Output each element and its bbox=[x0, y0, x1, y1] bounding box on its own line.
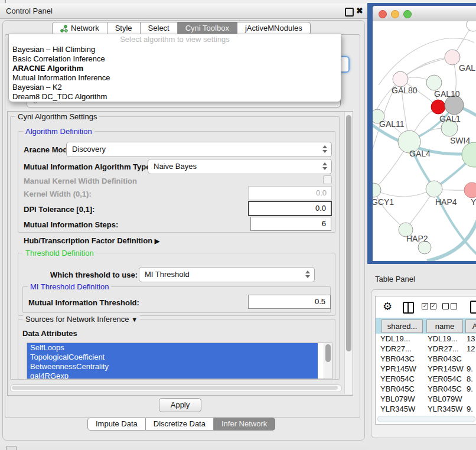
table-row[interactable]: YER054CYER054C8. bbox=[376, 374, 476, 384]
checked-checkbox-icon[interactable]: ✓ bbox=[422, 303, 428, 309]
apply-button[interactable]: Apply bbox=[159, 398, 201, 412]
network-node[interactable] bbox=[464, 182, 476, 198]
network-node[interactable] bbox=[426, 75, 442, 90]
tab-cyni-toolbox[interactable]: Cyni Toolbox bbox=[178, 22, 237, 35]
network-icon bbox=[60, 25, 68, 32]
mi-steps-field[interactable]: 6 bbox=[250, 217, 331, 231]
tab-label: Select bbox=[148, 22, 169, 35]
table-row[interactable]: YPR145WYPR145W9. bbox=[376, 364, 476, 374]
hub-definition-label: Hub/Transcription Factor Definition bbox=[24, 236, 152, 245]
algorithm-option[interactable]: Basic Correlation Inference bbox=[9, 54, 341, 64]
algorithm-option[interactable]: Bayesian – Hill Climbing bbox=[9, 45, 341, 54]
tab-style[interactable]: Style bbox=[107, 22, 141, 35]
algorithm-combo-placeholder[interactable]: Select algorithm to view settings bbox=[9, 34, 341, 45]
kernel-width-field[interactable]: 0.0 bbox=[248, 186, 332, 200]
tab-discretize-data[interactable]: Discretize Data bbox=[146, 418, 214, 431]
tab-jactivemnodules[interactable]: jActiveMNodules bbox=[237, 22, 311, 35]
window-zoom-icon[interactable] bbox=[403, 10, 412, 18]
document-icon[interactable] bbox=[470, 301, 476, 314]
table-body: YDL19...YDL19...13 YDR27...YDR27...12 YB… bbox=[376, 334, 476, 424]
cell-value: 12 bbox=[467, 344, 475, 354]
mi-algorithm-type-combobox[interactable]: Naive Bayes bbox=[148, 159, 332, 174]
tab-infer-network[interactable]: Infer Network bbox=[214, 418, 275, 431]
attribute-item-selected[interactable]: gal4RGexp bbox=[27, 371, 318, 379]
control-panel-titlebar: Control Panel ✖ bbox=[0, 4, 367, 19]
cell-name: YPR145W bbox=[428, 364, 464, 374]
tab-select[interactable]: Select bbox=[141, 22, 178, 35]
tab-label: Impute Data bbox=[96, 418, 138, 431]
network-window-titlebar[interactable] bbox=[373, 6, 476, 22]
columns-icon[interactable] bbox=[403, 302, 414, 314]
which-threshold-label: Which threshold to use: bbox=[50, 270, 138, 279]
cell-shared-name: YER054C bbox=[380, 374, 415, 384]
cell-shared-name: YDL19... bbox=[380, 334, 410, 344]
minimized-panel-icon[interactable] bbox=[6, 446, 17, 450]
table-row[interactable]: YDL19...YDL19...13 bbox=[376, 334, 476, 344]
which-threshold-combobox[interactable]: MI Threshold bbox=[139, 267, 315, 282]
mi-threshold-field[interactable]: 0.5 bbox=[248, 295, 331, 309]
table-horizontal-scrollbar[interactable] bbox=[377, 416, 475, 422]
gear-icon[interactable]: ⚙ bbox=[383, 300, 392, 313]
unchecked-checkbox-icon[interactable] bbox=[442, 303, 449, 309]
hub-definition-expander[interactable]: Hub/Transcription Factor Definition ▶ bbox=[24, 236, 159, 245]
window-minimize-icon[interactable] bbox=[391, 10, 399, 18]
table-panel-title: Table Panel bbox=[375, 275, 415, 283]
manual-kernel-width-label: Manual Kernel Width Definition bbox=[24, 177, 137, 185]
network-node[interactable] bbox=[431, 100, 445, 114]
aracne-mode-combobox[interactable]: Discovery bbox=[66, 142, 332, 157]
scrollbar-thumb[interactable] bbox=[12, 386, 338, 390]
table-row[interactable]: YBR043CYBR043C bbox=[376, 354, 476, 364]
attribute-item-selected[interactable]: TopologicalCoefficient bbox=[27, 353, 318, 362]
window-close-icon[interactable] bbox=[379, 10, 387, 18]
node-table: ⚙ ✓ ✓ shared... name A YDL19...YDL19...1… bbox=[375, 296, 476, 425]
node-label: GCY1 bbox=[373, 197, 394, 207]
attribute-item-selected[interactable]: BetweennessCentrality bbox=[27, 362, 318, 371]
sources-group-title[interactable]: Sources for Network Inference ▼ bbox=[23, 315, 140, 324]
column-header-name[interactable]: name bbox=[426, 319, 463, 333]
algorithm-option-selected[interactable]: ARACNE Algorithm bbox=[9, 64, 341, 73]
cell-name: YBR043C bbox=[428, 354, 462, 364]
network-node[interactable] bbox=[445, 50, 460, 65]
cell-shared-name: YBL079W bbox=[380, 394, 415, 404]
tab-label: Infer Network bbox=[221, 418, 267, 431]
list-scrollbar[interactable] bbox=[324, 343, 332, 379]
column-header-shared-name[interactable]: shared... bbox=[382, 319, 423, 333]
node-label: HAP4 bbox=[435, 197, 457, 207]
tab-impute-data[interactable]: Impute Data bbox=[87, 418, 146, 431]
network-node[interactable] bbox=[393, 71, 408, 87]
tab-label: Style bbox=[115, 22, 132, 35]
network-node[interactable] bbox=[426, 181, 442, 197]
table-row[interactable]: YBR045CYBR045C9. bbox=[376, 384, 476, 394]
scrollbar-thumb[interactable] bbox=[346, 115, 351, 351]
checked-checkbox-icon[interactable]: ✓ bbox=[430, 303, 436, 309]
cell-name: YBL079W bbox=[428, 394, 462, 404]
network-node[interactable] bbox=[467, 21, 476, 31]
node-label: GAL10 bbox=[434, 89, 460, 99]
panel-title: Control Panel bbox=[6, 6, 53, 15]
float-icon[interactable] bbox=[345, 8, 354, 17]
combo-value: MI Threshold bbox=[145, 270, 190, 279]
settings-horizontal-scrollbar[interactable] bbox=[10, 384, 342, 392]
attribute-item-selected[interactable]: SelfLoops bbox=[27, 343, 318, 353]
dpi-tolerance-field[interactable]: 0.0 bbox=[248, 201, 332, 216]
algorithm-option[interactable]: Dream8 DC_TDC Algorithm bbox=[9, 92, 341, 102]
algorithm-dropdown-popup: Select algorithm to view settings Bayesi… bbox=[8, 34, 341, 102]
settings-vertical-scrollbar[interactable] bbox=[344, 112, 353, 394]
tab-network[interactable]: Network bbox=[52, 22, 107, 35]
cell-shared-name: YLR345W bbox=[380, 404, 415, 414]
network-canvas[interactable]: GALGAL80GAL10GAL1GAL11SWI4GAL4GCY1HAP4YH… bbox=[373, 21, 476, 261]
table-row[interactable]: YBL079WYBL079W bbox=[376, 394, 476, 404]
main-tabbar: Network Style Select Cyni Toolbox jActiv… bbox=[52, 22, 311, 35]
scrollbar-thumb[interactable] bbox=[325, 344, 331, 362]
manual-kernel-width-checkbox[interactable] bbox=[323, 175, 332, 184]
network-node[interactable] bbox=[373, 183, 381, 197]
data-attributes-list[interactable]: SelfLoops TopologicalCoefficient Between… bbox=[27, 343, 332, 379]
table-row[interactable]: YLR345WYLR345W9. bbox=[376, 404, 476, 414]
table-panel: ⚙ ✓ ✓ shared... name A YDL19...YDL19...1… bbox=[371, 289, 476, 438]
algorithm-option[interactable]: Bayesian – K2 bbox=[9, 83, 341, 92]
close-icon[interactable]: ✖ bbox=[356, 6, 363, 15]
unchecked-checkbox-icon[interactable] bbox=[451, 303, 457, 309]
column-header-partial[interactable]: A bbox=[465, 319, 476, 333]
table-row[interactable]: YDR27...YDR27...12 bbox=[376, 344, 476, 354]
algorithm-option[interactable]: Mutual Information Inference bbox=[9, 73, 341, 83]
